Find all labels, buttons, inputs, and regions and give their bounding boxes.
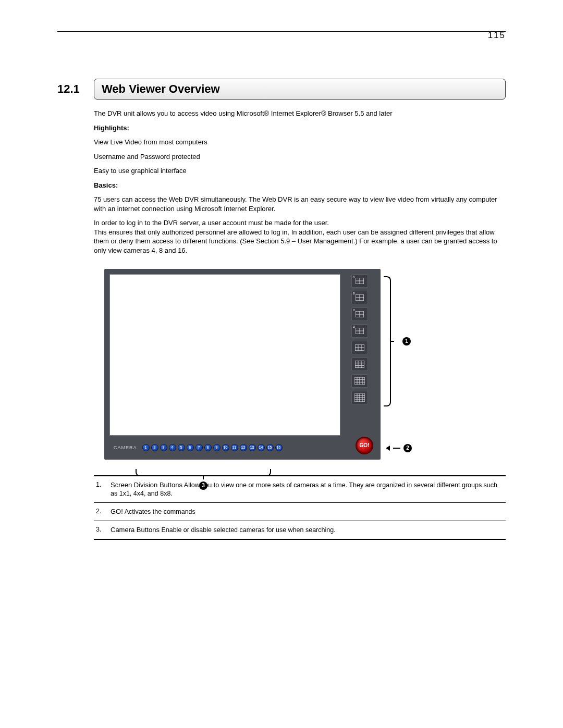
division-button-b[interactable]: B [351, 291, 368, 304]
section-number: 12.1 [57, 79, 94, 100]
page-number: 115 [488, 30, 506, 41]
top-rule [57, 31, 506, 32]
basics-paragraph: This ensures that only authorized person… [94, 228, 506, 255]
division-label: B [353, 292, 355, 295]
legend-row: 3. Camera Buttons Enable or disable sele… [94, 521, 506, 539]
section-header: 12.1 Web Viewer Overview [57, 79, 506, 100]
go-button[interactable]: GO! [356, 437, 373, 454]
camera-button[interactable]: 10 [222, 444, 229, 451]
callout-3: 3 [136, 469, 271, 490]
basics-label: Basics: [94, 181, 506, 190]
callout-number: 2 [403, 444, 412, 452]
legend-number: 2. [96, 507, 111, 516]
division-panel: A B C D [347, 274, 373, 408]
highlight-item: Username and Password protected [94, 152, 506, 162]
camera-bar: CAMERA 1 2 3 4 5 6 7 8 9 10 11 12 13 14 … [109, 441, 375, 454]
video-canvas [109, 274, 340, 436]
division-label: D [353, 325, 355, 328]
camera-button[interactable]: 11 [231, 444, 238, 451]
body-text: The DVR unit allows you to access video … [94, 109, 506, 255]
legend-row: 2. GO! Activates the commands [94, 503, 506, 521]
division-button-4x4[interactable] [351, 391, 368, 404]
legend-number: 1. [96, 480, 111, 499]
division-button-d[interactable]: D [351, 324, 368, 338]
legend-desc: Activates the commands [123, 508, 195, 515]
camera-button[interactable]: 2 [151, 444, 158, 451]
camera-button[interactable]: 5 [178, 444, 185, 451]
camera-button[interactable]: 3 [160, 444, 167, 451]
highlights-label: Highlights: [94, 124, 506, 133]
camera-button[interactable]: 12 [240, 444, 247, 451]
camera-button[interactable]: 1 [142, 444, 150, 451]
callout-2: 2 [386, 444, 412, 452]
division-button-3x3[interactable] [351, 357, 368, 371]
division-label: C [353, 309, 355, 312]
viewer-window: A B C D [104, 269, 381, 460]
camera-button[interactable]: 13 [249, 444, 256, 451]
division-button-4x3[interactable] [351, 374, 368, 388]
arrow-left-icon [386, 446, 390, 451]
callout-1: 1 [384, 276, 411, 406]
division-button-a[interactable]: A [351, 274, 368, 288]
camera-buttons-group: 1 2 3 4 5 6 7 8 9 10 11 12 13 14 15 16 [142, 444, 283, 451]
section: 12.1 Web Viewer Overview The DVR unit al… [57, 79, 506, 540]
basics-paragraph: 75 users can access the Web DVR simultan… [94, 195, 506, 213]
division-button-3x2[interactable] [351, 341, 368, 354]
section-title: Web Viewer Overview [94, 79, 506, 100]
legend-lead: Camera Buttons [111, 526, 160, 534]
camera-button[interactable]: 15 [266, 444, 274, 451]
camera-button[interactable]: 7 [195, 444, 203, 451]
legend-text: Camera Buttons Enable or disable selecte… [111, 525, 336, 535]
camera-label: CAMERA [114, 445, 137, 450]
web-viewer-figure: A B C D [104, 269, 448, 460]
callout-number: 3 [199, 482, 207, 490]
legend-number: 3. [96, 525, 111, 535]
intro-text: The DVR unit allows you to access video … [94, 109, 506, 118]
division-button-c[interactable]: C [351, 307, 368, 321]
highlight-item: Easy to use graphical interface [94, 166, 506, 176]
legend-lead: GO! [111, 508, 123, 515]
division-label: A [353, 275, 355, 278]
legend-text: GO! Activates the commands [111, 507, 195, 516]
camera-button[interactable]: 6 [187, 444, 194, 451]
highlight-item: View Live Video from most computers [94, 138, 506, 147]
camera-button[interactable]: 14 [258, 444, 265, 451]
camera-button[interactable]: 4 [169, 444, 176, 451]
svg-rect-16 [355, 361, 364, 368]
camera-button[interactable]: 16 [275, 444, 283, 451]
legend-desc: Enable or disable selected cameras for u… [160, 526, 336, 534]
callout-number: 1 [402, 337, 411, 346]
camera-button[interactable]: 8 [204, 444, 212, 451]
camera-button[interactable]: 9 [213, 444, 221, 451]
basics-paragraph: In order to log in to the DVR server, a … [94, 218, 506, 228]
